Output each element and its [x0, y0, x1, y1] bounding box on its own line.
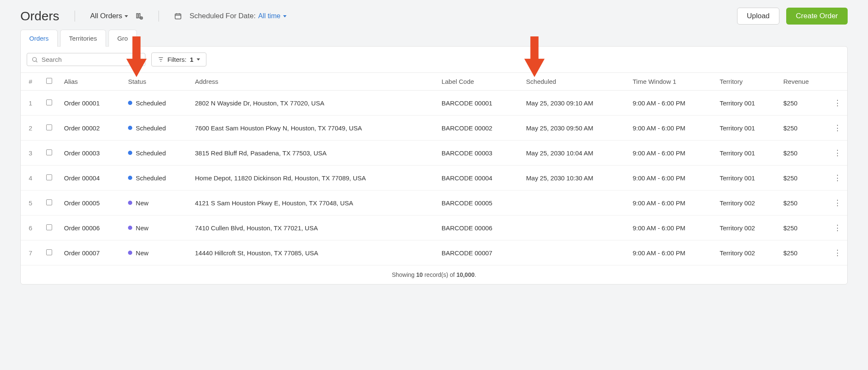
- table-row[interactable]: 7Order 00007New14440 Hillcroft St, Houst…: [21, 240, 847, 265]
- cell-time-window: 9:00 AM - 6:00 PM: [627, 141, 714, 166]
- table-footer: Showing 10 record(s) of 10,000.: [21, 265, 847, 284]
- status-dot-icon: [128, 201, 132, 205]
- row-more-icon[interactable]: ⋮: [828, 166, 847, 191]
- cell-alias: Order 00001: [58, 91, 122, 116]
- scheduled-for-value-dropdown[interactable]: All time: [258, 12, 286, 20]
- cell-alias: Order 00003: [58, 141, 122, 166]
- cell-territory: Territory 001: [714, 116, 777, 141]
- row-checkbox[interactable]: [46, 124, 52, 130]
- calendar-icon[interactable]: [174, 12, 182, 20]
- row-checkbox[interactable]: [46, 149, 52, 155]
- col-scheduled[interactable]: Scheduled: [520, 73, 626, 91]
- cell-label-code: BARCODE 00006: [436, 215, 520, 240]
- cell-time-window: 9:00 AM - 6:00 PM: [627, 240, 714, 265]
- cell-address: Home Depot, 11820 Dickinson Rd, Houston,…: [189, 166, 436, 191]
- upload-button[interactable]: Upload: [737, 8, 779, 25]
- create-order-button[interactable]: Create Order: [786, 8, 848, 25]
- status-dot-icon: [128, 251, 132, 255]
- divider: [75, 11, 75, 22]
- table-row[interactable]: 1Order 00001Scheduled2802 N Wayside Dr, …: [21, 91, 847, 116]
- filters-button[interactable]: Filters: 1: [151, 52, 206, 66]
- orders-panel: Filters: 1 # Alias Status Address Label …: [20, 46, 848, 284]
- tab-territories[interactable]: Territories: [60, 30, 106, 47]
- toolbar: Filters: 1: [21, 47, 847, 73]
- orders-selector-dropdown[interactable]: All Orders: [90, 12, 128, 20]
- col-territory[interactable]: Territory: [714, 73, 777, 91]
- cell-scheduled: May 25, 2030 09:10 AM: [520, 91, 626, 116]
- cell-revenue: $250: [777, 215, 828, 240]
- cell-address: 14440 Hillcroft St, Houston, TX 77085, U…: [189, 240, 436, 265]
- row-checkbox[interactable]: [46, 224, 52, 230]
- svg-rect-0: [137, 14, 138, 18]
- cell-label-code: BARCODE 00004: [436, 166, 520, 191]
- page-title: Orders: [20, 9, 59, 23]
- cell-territory: Territory 002: [714, 240, 777, 265]
- row-more-icon[interactable]: ⋮: [828, 191, 847, 215]
- cell-revenue: $250: [777, 141, 828, 166]
- status-dot-icon: [128, 226, 132, 230]
- header-right: Upload Create Order: [737, 8, 848, 25]
- table-row[interactable]: 3Order 00003Scheduled3815 Red Bluff Rd, …: [21, 141, 847, 166]
- table-row[interactable]: 6Order 00006New7410 Cullen Blvd, Houston…: [21, 215, 847, 240]
- status-dot-icon: [128, 176, 132, 180]
- cell-revenue: $250: [777, 116, 828, 141]
- tab-groups[interactable]: Gro: [108, 30, 137, 47]
- col-time-window[interactable]: Time Window 1: [627, 73, 714, 91]
- cell-status: New: [128, 224, 148, 232]
- col-status[interactable]: Status: [122, 73, 189, 91]
- svg-rect-3: [175, 14, 181, 19]
- tab-orders[interactable]: Orders: [20, 30, 58, 47]
- cell-alias: Order 00006: [58, 215, 122, 240]
- cell-scheduled: [520, 191, 626, 215]
- select-all-checkbox[interactable]: [46, 78, 52, 84]
- orders-table: # Alias Status Address Label Code Schedu…: [21, 73, 847, 265]
- cell-territory: Territory 001: [714, 91, 777, 116]
- row-checkbox[interactable]: [46, 199, 52, 205]
- col-alias[interactable]: Alias: [58, 73, 122, 91]
- table-row[interactable]: 2Order 00002Scheduled7600 East Sam Houst…: [21, 116, 847, 141]
- col-number[interactable]: #: [21, 73, 40, 91]
- cell-scheduled: [520, 215, 626, 240]
- header-left: Orders All Orders Scheduled For Date:: [20, 9, 287, 23]
- row-checkbox[interactable]: [46, 99, 52, 105]
- col-address[interactable]: Address: [189, 73, 436, 91]
- caret-down-icon: [125, 15, 128, 17]
- row-more-icon[interactable]: ⋮: [828, 141, 847, 166]
- cell-status: Scheduled: [128, 149, 166, 157]
- table-row[interactable]: 5Order 00005New4121 S Sam Houston Pkwy E…: [21, 191, 847, 215]
- filters-count: 1: [190, 56, 193, 63]
- caret-down-icon: [197, 58, 200, 61]
- row-more-icon[interactable]: ⋮: [828, 215, 847, 240]
- cell-scheduled: [520, 240, 626, 265]
- cell-address: 7410 Cullen Blvd, Houston, TX 77021, USA: [189, 215, 436, 240]
- cell-territory: Territory 002: [714, 215, 777, 240]
- cell-revenue: $250: [777, 166, 828, 191]
- search-input-wrap[interactable]: [27, 53, 145, 66]
- cell-alias: Order 00004: [58, 166, 122, 191]
- col-revenue[interactable]: Revenue: [777, 73, 828, 91]
- row-checkbox[interactable]: [46, 249, 52, 255]
- cell-time-window: 9:00 AM - 6:00 PM: [627, 166, 714, 191]
- table-row[interactable]: 4Order 00004ScheduledHome Depot, 11820 D…: [21, 166, 847, 191]
- row-more-icon[interactable]: ⋮: [828, 116, 847, 141]
- row-checkbox[interactable]: [46, 174, 52, 180]
- cell-status: New: [128, 249, 148, 257]
- svg-rect-1: [139, 14, 140, 18]
- status-dot-icon: [128, 126, 132, 130]
- cell-address: 7600 East Sam Houston Pkwy N, Houston, T…: [189, 116, 436, 141]
- cell-scheduled: May 25, 2030 10:30 AM: [520, 166, 626, 191]
- col-label-code[interactable]: Label Code: [436, 73, 520, 91]
- cell-time-window: 9:00 AM - 6:00 PM: [627, 215, 714, 240]
- cell-time-window: 9:00 AM - 6:00 PM: [627, 91, 714, 116]
- columns-settings-icon[interactable]: [136, 12, 143, 20]
- cell-label-code: BARCODE 00005: [436, 191, 520, 215]
- status-dot-icon: [128, 101, 132, 105]
- cell-alias: Order 00005: [58, 191, 122, 215]
- row-more-icon[interactable]: ⋮: [828, 91, 847, 116]
- row-more-icon[interactable]: ⋮: [828, 240, 847, 265]
- cell-status: Scheduled: [128, 174, 166, 182]
- cell-status: New: [128, 199, 148, 207]
- scheduled-for-value: All time: [258, 12, 280, 20]
- svg-point-4: [33, 57, 36, 61]
- search-input[interactable]: [42, 56, 141, 63]
